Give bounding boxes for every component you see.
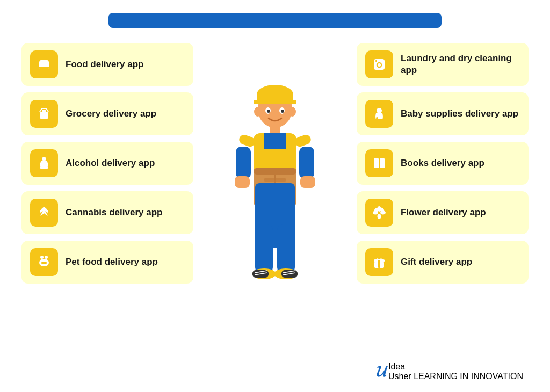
cannabis-label: Cannabis delivery app: [66, 207, 162, 219]
svg-point-52: [376, 117, 378, 119]
main-content: Food delivery app Grocery delivery app A…: [21, 43, 529, 358]
svg-rect-10: [41, 262, 47, 264]
card-food: Food delivery app: [21, 43, 193, 86]
gift-icon: [365, 248, 393, 276]
svg-point-17: [267, 110, 270, 113]
food-label: Food delivery app: [66, 59, 143, 70]
header-banner: [108, 13, 442, 28]
card-pet: Pet food delivery app: [21, 241, 193, 284]
books-icon: [365, 149, 393, 177]
logo-idea-text: Idea: [388, 362, 405, 371]
food-icon: [30, 50, 58, 78]
svg-rect-3: [40, 112, 48, 119]
cannabis-icon: [30, 199, 58, 227]
laundry-icon: [365, 50, 393, 78]
svg-rect-28: [299, 147, 314, 179]
baby-icon: [365, 100, 393, 128]
card-cannabis: Cannabis delivery app: [21, 191, 193, 234]
card-grocery: Grocery delivery app: [21, 92, 193, 135]
svg-rect-36: [277, 224, 295, 273]
svg-rect-53: [374, 158, 379, 168]
svg-rect-4: [42, 110, 46, 112]
gift-label: Gift delivery app: [401, 256, 472, 268]
svg-point-51: [377, 108, 382, 113]
alcohol-icon: [30, 149, 58, 177]
grocery-label: Grocery delivery app: [66, 108, 156, 120]
card-alcohol: Alcohol delivery app: [21, 142, 193, 185]
card-gift: Gift delivery app: [357, 241, 529, 284]
right-column: Laundry and dry cleaning app Baby suppli…: [357, 43, 529, 358]
flower-label: Flower delivery app: [401, 207, 486, 219]
svg-rect-29: [300, 176, 315, 188]
svg-rect-54: [380, 158, 385, 168]
books-label: Books delivery app: [401, 157, 484, 169]
svg-rect-14: [254, 100, 296, 104]
svg-rect-25: [236, 147, 251, 179]
svg-point-8: [40, 256, 44, 259]
svg-point-58: [378, 214, 381, 219]
laundry-label: Laundry and dry cleaning app: [401, 53, 520, 76]
baby-label: Baby supplies delivery app: [401, 108, 518, 120]
center-column: [193, 43, 357, 358]
svg-rect-26: [235, 176, 250, 188]
card-books: Books delivery app: [357, 142, 529, 185]
svg-rect-50: [375, 60, 377, 62]
logo-icon: 𝓤: [377, 364, 386, 379]
svg-point-18: [281, 110, 284, 113]
grocery-icon: [30, 100, 58, 128]
svg-point-19: [254, 107, 262, 117]
card-laundry: Laundry and dry cleaning app: [357, 43, 529, 86]
card-flower: Flower delivery app: [357, 191, 529, 234]
logo-tagline: LEARNING IN INNOVATION: [414, 372, 523, 381]
logo-usher-text: Usher: [388, 372, 411, 381]
svg-point-9: [45, 256, 48, 259]
svg-rect-23: [264, 133, 286, 149]
flower-icon: [365, 199, 393, 227]
svg-rect-35: [255, 224, 273, 273]
pet-icon: [30, 248, 58, 276]
card-baby: Baby supplies delivery app: [357, 92, 529, 135]
svg-rect-33: [264, 178, 286, 182]
delivery-person-illustration: [221, 77, 329, 324]
pet-label: Pet food delivery app: [66, 256, 158, 268]
left-column: Food delivery app Grocery delivery app A…: [21, 43, 193, 358]
svg-point-20: [288, 107, 296, 117]
footer-logo: 𝓤 Idea Usher LEARNING IN INNOVATION: [21, 362, 529, 381]
svg-rect-6: [40, 166, 48, 169]
svg-rect-1: [40, 60, 48, 62]
svg-rect-5: [42, 157, 46, 161]
svg-rect-21: [270, 126, 280, 134]
svg-point-49: [378, 63, 381, 67]
alcohol-label: Alcohol delivery app: [66, 157, 155, 169]
svg-rect-2: [39, 67, 49, 69]
